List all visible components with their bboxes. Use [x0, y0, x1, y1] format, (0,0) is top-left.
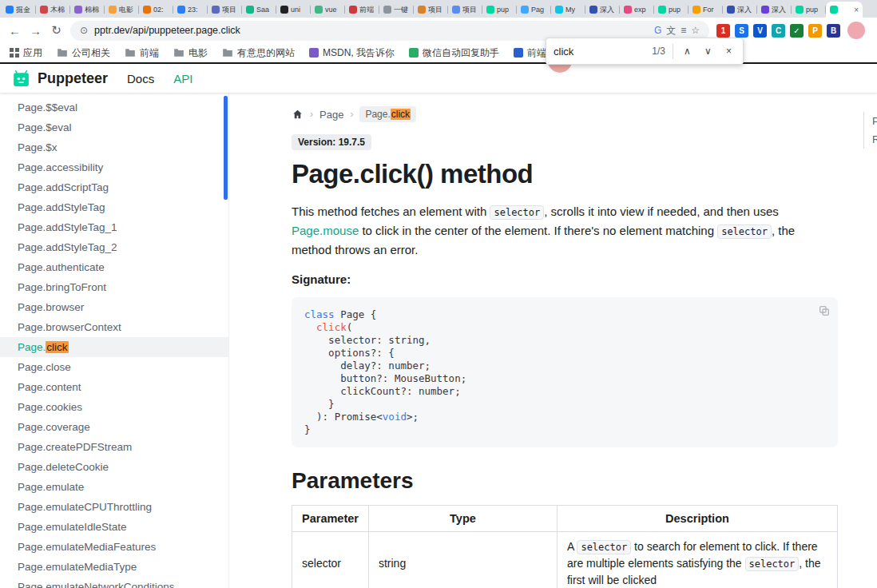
bookmark-item[interactable]: 电影 [173, 46, 208, 60]
sidebar-item[interactable]: Page.close [0, 357, 228, 377]
extension-icon[interactable]: C [772, 24, 785, 38]
sidebar-item[interactable]: Page.addScriptTag [0, 177, 228, 197]
home-icon[interactable] [292, 109, 304, 120]
sidebar-item[interactable]: Page.authenticate [0, 257, 228, 277]
toc-item[interactable]: Remarks [872, 130, 877, 149]
bookmark-item[interactable]: 前端 [125, 46, 159, 60]
bookmark-item[interactable]: 有意思的网站 [222, 46, 295, 60]
sidebar-item[interactable]: Page.coverage [0, 417, 228, 437]
profile-avatar[interactable] [847, 22, 865, 39]
browser-tab-active[interactable]: × [826, 2, 863, 18]
bookmark-item[interactable]: 微信自动回复助手 [409, 46, 499, 60]
site-favicon [409, 48, 419, 58]
sidebar-item[interactable]: Page.emulateNetworkConditions [0, 577, 228, 588]
browser-tab[interactable]: 深入 [757, 2, 792, 18]
nav-api-link[interactable]: API [173, 72, 192, 85]
inline-link[interactable]: Page.mouse [292, 224, 359, 237]
reading-list-icon[interactable]: ≡ [681, 25, 686, 36]
browser-tab[interactable]: 掘金 [2, 2, 36, 18]
sidebar-item[interactable]: Page.browser [0, 297, 228, 317]
tab-close-icon[interactable]: × [854, 6, 859, 14]
browser-tab[interactable]: Pag [517, 2, 551, 18]
bookmark-label: 前端 [140, 46, 159, 60]
browser-tab[interactable]: Saa [242, 2, 276, 18]
browser-tab[interactable]: pup [654, 2, 689, 18]
browser-tab[interactable]: 项目 [448, 2, 482, 18]
extension-icon[interactable]: 1 [716, 24, 730, 38]
extension-icon[interactable]: V [753, 24, 767, 38]
browser-tab[interactable]: 木棉 [36, 2, 70, 18]
sidebar-item[interactable]: Page.bringToFront [0, 277, 228, 297]
browser-tab[interactable]: My [551, 2, 585, 18]
main-content: › Page › Page.click Version: 19.7.5 Page… [229, 93, 877, 588]
sidebar-item[interactable]: Page.$x [0, 137, 228, 157]
sidebar-item[interactable]: Page.addStyleTag [0, 197, 228, 217]
breadcrumb-page-link[interactable]: Page [319, 109, 343, 121]
nav-docs-link[interactable]: Docs [127, 72, 154, 85]
browser-tab[interactable]: 深入 [723, 2, 757, 18]
extension-icon[interactable]: B [827, 24, 840, 38]
browser-tab[interactable]: 深入 [585, 2, 620, 18]
translate-icon[interactable]: 文 [666, 24, 676, 38]
browser-tab[interactable]: 一键 [379, 2, 414, 18]
find-next-button[interactable]: ∨ [701, 46, 715, 57]
column-header: Parameter [292, 506, 369, 532]
sidebar-item[interactable]: Page.accessibility [0, 157, 228, 177]
extension-icon[interactable]: ✓ [790, 24, 804, 38]
sidebar-item[interactable]: Page.deleteCookie [0, 457, 228, 477]
sidebar-item[interactable]: Page.emulateMediaFeatures [0, 537, 228, 557]
find-close-button[interactable]: × [722, 46, 736, 57]
copy-code-button[interactable] [818, 304, 831, 320]
bookmark-item[interactable]: MSDN, 我告诉你 [309, 46, 395, 60]
text-segment: Page.createPDFStream [18, 441, 132, 453]
reload-button[interactable]: ↻ [50, 23, 63, 38]
sidebar-scrollbar[interactable] [224, 96, 228, 200]
sidebar-item[interactable]: Page.browserContext [0, 317, 228, 337]
toc-item[interactable]: Parameters [872, 112, 877, 130]
browser-tab[interactable]: 02: [139, 2, 173, 18]
browser-tab[interactable]: 棉棉 [70, 2, 105, 18]
sidebar-item[interactable]: Page.$eval [0, 117, 228, 137]
extension-icon[interactable]: S [735, 24, 748, 38]
sidebar-item[interactable]: Page.addStyleTag_1 [0, 217, 228, 237]
browser-tab[interactable]: pup [792, 2, 826, 18]
text-segment: Page.emulateNetworkConditions [18, 581, 175, 588]
browser-tab[interactable]: 项目 [208, 2, 242, 18]
browser-tab[interactable]: For [689, 2, 723, 18]
find-input[interactable]: click [554, 46, 645, 58]
sidebar-item[interactable]: Page.content [0, 377, 228, 397]
sidebar-item[interactable]: Page.emulate [0, 477, 228, 497]
sidebar-item[interactable]: Page.$$eval [0, 97, 228, 117]
browser-tab[interactable]: 23: [173, 2, 208, 18]
browser-tab[interactable]: exp [620, 2, 654, 18]
browser-tab[interactable]: 前端 [345, 2, 379, 18]
extension-icon[interactable]: P [808, 24, 822, 38]
text-segment: Page.content [18, 381, 81, 393]
browser-tab[interactable]: vue [311, 2, 345, 18]
brand[interactable]: Puppeteer [11, 69, 108, 89]
sidebar-item[interactable]: Page.createPDFStream [0, 437, 228, 457]
browser-tab[interactable]: pup [482, 2, 517, 18]
sidebar-item[interactable]: Page.emulateMediaType [0, 557, 228, 577]
tab-favicon [521, 6, 529, 14]
tab-favicon [315, 6, 323, 14]
browser-tab[interactable]: 项目 [414, 2, 448, 18]
browser-tab[interactable]: uni [276, 2, 311, 18]
site-navbar: Puppeteer Docs API [0, 64, 877, 93]
sidebar-item[interactable]: Page.emulateCPUThrottling [0, 497, 228, 517]
google-icon[interactable]: G [654, 25, 661, 36]
sidebar-item[interactable]: Page.cookies [0, 397, 228, 417]
sidebar-item[interactable]: Page.addStyleTag_2 [0, 237, 228, 257]
bookmark-item[interactable]: 应用 [10, 46, 42, 60]
find-previous-button[interactable]: ∧ [681, 46, 694, 57]
site-info-icon[interactable]: ⊙ [80, 25, 88, 36]
bookmark-item[interactable]: 公司相关 [57, 46, 110, 60]
sidebar-item[interactable]: Page.emulateIdleState [0, 517, 228, 537]
forward-button[interactable]: → [29, 24, 42, 38]
back-button[interactable]: ← [8, 24, 22, 38]
browser-tab[interactable]: 电影 [105, 2, 139, 18]
inline-code: selector [490, 205, 544, 220]
bookmark-star-icon[interactable]: ☆ [691, 25, 700, 36]
sidebar-item[interactable]: Page.click [0, 337, 228, 357]
table-cell: A selector to search for element to clic… [557, 532, 837, 588]
